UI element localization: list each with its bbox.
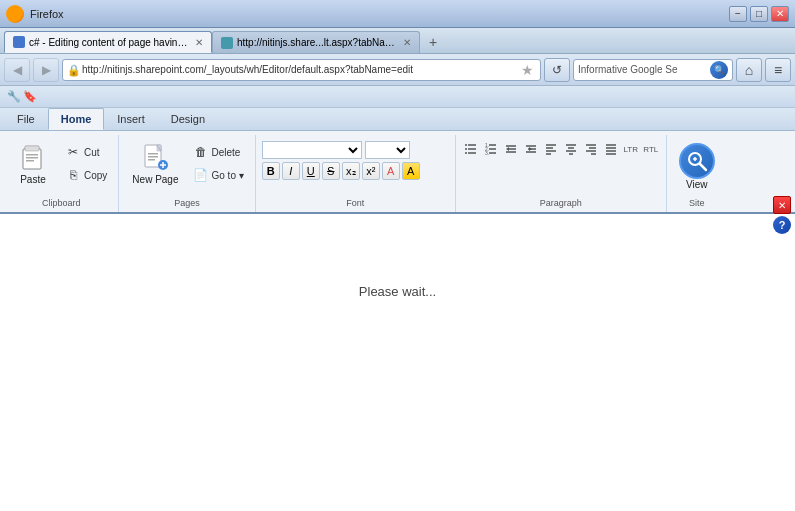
underline-button[interactable]: U <box>302 162 320 180</box>
para-row1: 1.2.3. <box>462 141 660 157</box>
svg-marker-30 <box>506 147 509 151</box>
tab-design[interactable]: Design <box>158 108 218 130</box>
delete-label: Delete <box>212 147 241 158</box>
tab-insert[interactable]: Insert <box>104 108 158 130</box>
status-icon-2[interactable]: 🔖 <box>22 89 38 105</box>
paste-button[interactable]: Paste <box>10 137 56 190</box>
para-group-content: 1.2.3. <box>462 137 660 196</box>
search-box[interactable]: Informative Google Se 🔍 <box>573 59 733 81</box>
svg-rect-9 <box>148 153 158 155</box>
italic-button[interactable]: I <box>282 162 300 180</box>
new-page-label: New Page <box>132 174 178 185</box>
align-left-button[interactable] <box>542 141 560 157</box>
font-size-select[interactable] <box>365 141 410 159</box>
superscript-button[interactable]: x² <box>362 162 380 180</box>
tab-file[interactable]: File <box>4 108 48 130</box>
rtl-button[interactable]: RTL <box>642 141 660 157</box>
cut-label: Cut <box>84 147 100 158</box>
search-text: Informative Google Se <box>578 64 710 75</box>
view-label: View <box>686 179 708 190</box>
help-button[interactable]: ? <box>773 216 791 234</box>
goto-button[interactable]: 📄 Go to ▾ <box>188 164 249 186</box>
loading-text: Please wait... <box>359 284 436 299</box>
back-button[interactable]: ◀ <box>4 58 30 82</box>
svg-rect-11 <box>148 159 155 161</box>
svg-rect-5 <box>26 160 34 162</box>
titlebar-controls: − □ ✕ <box>729 6 789 22</box>
status-icon-1[interactable]: 🔧 <box>6 89 22 105</box>
refresh-button[interactable]: ↺ <box>544 58 570 82</box>
cut-button[interactable]: ✂ Cut <box>60 141 112 163</box>
paste-label: Paste <box>20 174 46 185</box>
cut-icon: ✂ <box>65 144 81 160</box>
maximize-button[interactable]: □ <box>750 6 768 22</box>
tab-2-text: http://nitinjs.share...lt.aspx?tabName=e… <box>237 37 397 48</box>
tab-home[interactable]: Home <box>48 108 105 130</box>
site-group: View Site <box>667 135 727 212</box>
new-page-button[interactable]: New Page <box>125 137 185 190</box>
tab-2-close[interactable]: ✕ <box>403 37 411 48</box>
pages-group-label: Pages <box>174 196 200 210</box>
delete-button[interactable]: 🗑 Delete <box>188 141 249 163</box>
goto-label: Go to ▾ <box>212 170 244 181</box>
goto-icon: 📄 <box>193 167 209 183</box>
home-button[interactable]: ⌂ <box>736 58 762 82</box>
svg-rect-4 <box>26 157 38 159</box>
svg-point-20 <box>465 152 467 154</box>
list-ul-button[interactable] <box>462 141 480 157</box>
tab-2-favicon <box>221 37 233 49</box>
ribbon-tab-bar: File Home Insert Design <box>0 108 795 131</box>
ltr-button[interactable]: LTR <box>622 141 640 157</box>
view-icon <box>679 143 715 179</box>
search-button[interactable]: 🔍 <box>710 61 728 79</box>
forward-button[interactable]: ▶ <box>33 58 59 82</box>
align-justify-button[interactable] <box>602 141 620 157</box>
paste-icon <box>17 142 49 174</box>
navbar: ◀ ▶ 🔒 http://nitinjs.sharepoint.com/_lay… <box>0 54 795 86</box>
tab-1[interactable]: c# - Editing content of page having cust… <box>4 31 212 53</box>
font-color-button[interactable]: A <box>382 162 400 180</box>
site-group-label: Site <box>689 196 705 210</box>
font-family-select[interactable] <box>262 141 362 159</box>
close-ribbon-button[interactable]: ✕ <box>773 196 791 214</box>
align-right-button[interactable] <box>582 141 600 157</box>
delete-icon: 🗑 <box>193 144 209 160</box>
list-ol-button[interactable]: 1.2.3. <box>482 141 500 157</box>
new-tab-button[interactable]: + <box>422 31 444 53</box>
address-bar[interactable]: 🔒 http://nitinjs.sharepoint.com/_layouts… <box>62 59 541 81</box>
site-group-content: View <box>673 137 721 196</box>
bookmarks-bar: 🔧 🔖 <box>0 86 795 108</box>
cut-copy-col: ✂ Cut ⎘ Copy <box>60 137 112 186</box>
svg-text:3.: 3. <box>485 150 489 156</box>
paragraph-group-label: Paragraph <box>540 196 582 210</box>
copy-button[interactable]: ⎘ Copy <box>60 164 112 186</box>
address-icon: 🔒 <box>67 64 79 76</box>
bookmark-star-icon[interactable]: ★ <box>521 62 534 78</box>
ribbon-content: Paste ✂ Cut ⎘ Copy Clipboard <box>0 131 795 212</box>
indent-inc-button[interactable] <box>522 141 540 157</box>
tab-1-favicon <box>13 36 25 48</box>
pages-btns-col: 🗑 Delete 📄 Go to ▾ <box>188 137 249 186</box>
bold-button[interactable]: B <box>262 162 280 180</box>
view-button[interactable]: View <box>677 141 717 192</box>
clipboard-group-label: Clipboard <box>42 196 81 210</box>
page-content: Please wait... <box>0 214 795 474</box>
subscript-button[interactable]: x₂ <box>342 162 360 180</box>
paragraph-group: 1.2.3. <box>456 135 667 212</box>
tools-button[interactable]: ≡ <box>765 58 791 82</box>
strikethrough-button[interactable]: S <box>322 162 340 180</box>
svg-rect-10 <box>148 156 158 158</box>
align-center-button[interactable] <box>562 141 580 157</box>
font-row1 <box>262 141 410 159</box>
svg-rect-2 <box>25 146 39 151</box>
svg-line-52 <box>700 164 706 170</box>
svg-rect-3 <box>26 154 38 156</box>
minimize-button[interactable]: − <box>729 6 747 22</box>
tab-1-close[interactable]: ✕ <box>195 37 203 48</box>
tab-1-text: c# - Editing content of page having cust… <box>29 37 189 48</box>
close-button[interactable]: ✕ <box>771 6 789 22</box>
tab-2[interactable]: http://nitinjs.share...lt.aspx?tabName=e… <box>212 31 420 53</box>
svg-rect-1 <box>23 149 41 169</box>
indent-dec-button[interactable] <box>502 141 520 157</box>
highlight-button[interactable]: A <box>402 162 420 180</box>
